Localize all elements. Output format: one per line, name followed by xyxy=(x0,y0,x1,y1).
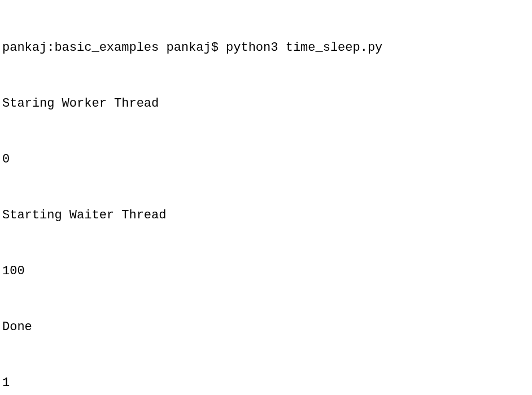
terminal-line: Starting Waiter Thread xyxy=(2,206,530,225)
terminal-line: 100 xyxy=(2,262,530,280)
terminal-line: Staring Worker Thread xyxy=(2,94,530,113)
terminal-line: pankaj:basic_examples pankaj$ python3 ti… xyxy=(2,38,530,57)
terminal-line: 0 xyxy=(2,150,530,169)
terminal-line: 1 xyxy=(2,374,530,392)
terminal-output[interactable]: pankaj:basic_examples pankaj$ python3 ti… xyxy=(2,1,530,395)
terminal-line: Done xyxy=(2,318,530,336)
